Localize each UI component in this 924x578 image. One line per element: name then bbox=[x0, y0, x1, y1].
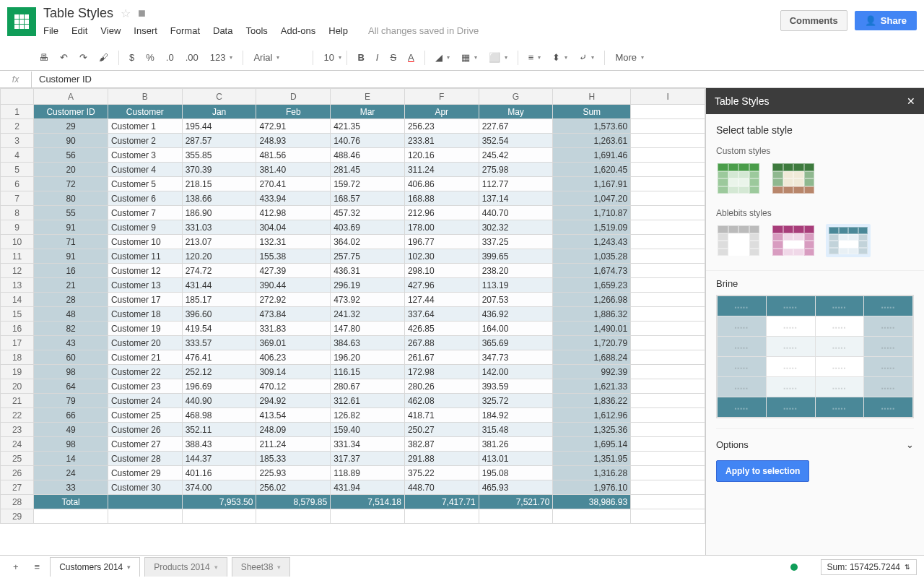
cell[interactable]: 1,836.22 bbox=[553, 394, 631, 408]
row-header[interactable]: 9 bbox=[1, 220, 34, 235]
cell[interactable]: 43 bbox=[34, 336, 108, 350]
cell[interactable]: 1,167.91 bbox=[553, 177, 631, 191]
style-thumb-gray[interactable] bbox=[716, 224, 761, 257]
cell[interactable]: 1,710.87 bbox=[553, 206, 631, 220]
cell[interactable]: 116.15 bbox=[331, 365, 405, 379]
cell[interactable]: 196.77 bbox=[404, 235, 479, 249]
row-header[interactable]: 12 bbox=[1, 264, 34, 278]
cell[interactable]: 393.59 bbox=[479, 379, 553, 394]
cell[interactable]: 55 bbox=[34, 206, 108, 220]
cell[interactable]: 118.89 bbox=[331, 466, 405, 480]
cell[interactable]: 382.87 bbox=[404, 437, 479, 452]
cell[interactable]: Customer 23 bbox=[108, 379, 182, 394]
cell[interactable]: 381.40 bbox=[256, 163, 331, 177]
cell[interactable]: Customer 24 bbox=[108, 394, 182, 408]
cell[interactable] bbox=[631, 322, 705, 336]
style-thumb-green2[interactable] bbox=[771, 162, 816, 195]
row-header[interactable]: 25 bbox=[1, 452, 34, 466]
cell[interactable]: 331.34 bbox=[331, 437, 405, 452]
cell[interactable] bbox=[631, 177, 705, 191]
cell[interactable]: 233.81 bbox=[404, 134, 479, 148]
cell[interactable]: 374.00 bbox=[182, 480, 256, 495]
cell[interactable]: 333.57 bbox=[182, 336, 256, 350]
cell[interactable]: 66 bbox=[34, 408, 108, 423]
col-header[interactable]: H bbox=[553, 89, 631, 105]
valign-icon[interactable]: ⬍ bbox=[548, 49, 572, 66]
row-header[interactable]: 20 bbox=[1, 379, 34, 394]
cell[interactable]: 48 bbox=[34, 307, 108, 322]
cell[interactable]: 388.43 bbox=[182, 437, 256, 452]
row-header[interactable]: 14 bbox=[1, 293, 34, 307]
cell[interactable] bbox=[631, 365, 705, 379]
cell[interactable] bbox=[631, 408, 705, 423]
cell[interactable]: 426.85 bbox=[404, 322, 479, 336]
row-header[interactable]: 29 bbox=[1, 509, 34, 524]
cell[interactable]: 79 bbox=[34, 394, 108, 408]
cell[interactable] bbox=[631, 206, 705, 220]
chevron-down-icon[interactable]: ▾ bbox=[127, 564, 131, 571]
cell[interactable]: 412.98 bbox=[256, 206, 331, 220]
cell[interactable] bbox=[631, 134, 705, 148]
cell[interactable]: 433.94 bbox=[256, 191, 331, 206]
cell[interactable]: 488.46 bbox=[331, 148, 405, 163]
cell[interactable]: 91 bbox=[34, 249, 108, 264]
cell[interactable]: 1,316.28 bbox=[553, 466, 631, 480]
cell[interactable]: Customer 10 bbox=[108, 235, 182, 249]
cell[interactable]: 331.83 bbox=[256, 322, 331, 336]
cell[interactable]: 7,514.18 bbox=[331, 495, 405, 509]
style-thumb-magenta[interactable] bbox=[771, 224, 816, 257]
cell[interactable]: 481.56 bbox=[256, 148, 331, 163]
cell[interactable]: 56 bbox=[34, 148, 108, 163]
cell[interactable]: 1,720.79 bbox=[553, 336, 631, 350]
wrap-icon[interactable]: ⤶ bbox=[575, 49, 598, 66]
cell[interactable]: 312.61 bbox=[331, 394, 405, 408]
currency-icon[interactable]: $ bbox=[125, 49, 139, 66]
cell[interactable]: 1,325.36 bbox=[553, 423, 631, 437]
cell[interactable]: 436.31 bbox=[331, 264, 405, 278]
cell[interactable] bbox=[631, 249, 705, 264]
cell[interactable]: Sum bbox=[553, 105, 631, 119]
cell[interactable]: 418.71 bbox=[404, 408, 479, 423]
cell[interactable]: 113.19 bbox=[479, 278, 553, 293]
cell[interactable]: Customer 4 bbox=[108, 163, 182, 177]
sum-display[interactable]: Sum: 157425.7244⇅ bbox=[821, 559, 917, 575]
cell[interactable]: 337.25 bbox=[479, 235, 553, 249]
col-header[interactable]: D bbox=[256, 89, 331, 105]
cell[interactable]: 159.40 bbox=[331, 423, 405, 437]
cell[interactable]: 470.12 bbox=[256, 379, 331, 394]
fill-color-icon[interactable]: ◢ bbox=[431, 49, 454, 66]
cell[interactable]: 462.08 bbox=[404, 394, 479, 408]
sheet-tab[interactable]: Products 2014▾ bbox=[144, 557, 227, 577]
cell[interactable]: Total bbox=[34, 495, 108, 509]
undo-icon[interactable]: ↶ bbox=[56, 49, 72, 66]
cell[interactable]: 257.75 bbox=[331, 249, 405, 264]
menu-data[interactable]: Data bbox=[213, 25, 232, 36]
spreadsheet-grid[interactable]: A B C D E F G H I 1Customer IDCustomerJa… bbox=[0, 88, 705, 524]
cell[interactable] bbox=[631, 394, 705, 408]
cell[interactable]: 28 bbox=[34, 293, 108, 307]
cell[interactable]: 21 bbox=[34, 278, 108, 293]
cell[interactable]: 309.14 bbox=[256, 365, 331, 379]
cell[interactable]: Apr bbox=[404, 105, 479, 119]
cell[interactable]: 1,691.46 bbox=[553, 148, 631, 163]
cell[interactable]: 184.92 bbox=[479, 408, 553, 423]
cell[interactable]: 1,573.60 bbox=[553, 119, 631, 134]
cell[interactable]: 147.80 bbox=[331, 322, 405, 336]
redo-icon[interactable]: ↷ bbox=[75, 49, 92, 66]
cell[interactable]: 274.72 bbox=[182, 264, 256, 278]
cell[interactable]: 1,035.28 bbox=[553, 249, 631, 264]
cell[interactable]: 112.77 bbox=[479, 177, 553, 191]
options-row[interactable]: Options ⌄ bbox=[716, 428, 914, 460]
cell[interactable]: 381.26 bbox=[479, 437, 553, 452]
select-all-cell[interactable] bbox=[1, 89, 34, 105]
row-header[interactable]: 15 bbox=[1, 307, 34, 322]
cell[interactable]: 245.42 bbox=[479, 148, 553, 163]
cell[interactable]: 347.73 bbox=[479, 350, 553, 365]
cell[interactable]: 142.00 bbox=[479, 365, 553, 379]
col-header[interactable]: G bbox=[479, 89, 553, 105]
cell[interactable]: 440.70 bbox=[479, 206, 553, 220]
col-header[interactable]: B bbox=[108, 89, 182, 105]
cell[interactable]: Customer 9 bbox=[108, 220, 182, 235]
comments-button[interactable]: Comments bbox=[780, 10, 847, 31]
cell[interactable]: 248.93 bbox=[256, 134, 331, 148]
